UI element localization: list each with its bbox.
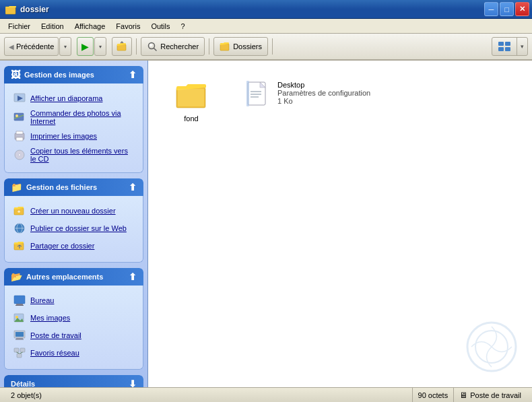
svg-rect-2 (5, 8, 10, 9)
menu-fichier[interactable]: Fichier (3, 21, 36, 32)
gestion-fichiers-body: + Créer un nouveau dossier Publier ce do… (4, 196, 143, 263)
menu-aide[interactable]: ? (176, 21, 191, 32)
diaporama-label: Afficher un diaporama (30, 94, 102, 102)
title-bar-buttons: ─ □ ✕ (484, 2, 529, 16)
link-commander[interactable]: Commander des photos via Internet (10, 108, 137, 127)
status-count-text: 2 objet(s) (11, 391, 42, 399)
svg-rect-8 (498, 42, 504, 46)
menu-edition[interactable]: Edition (36, 21, 69, 32)
gestion-fichiers-title: Gestion des fichiers (26, 183, 97, 191)
menu-bar: Fichier Edition Affichage Favoris Outils… (0, 19, 532, 34)
partager-label: Partager ce dossier (30, 242, 94, 250)
right-content: fond Desktop Paramètres de configuration (148, 61, 532, 387)
link-imprimer[interactable]: Imprimer les images (10, 128, 137, 144)
link-publier-web[interactable]: Publier ce dossier sur le Web (10, 220, 137, 236)
gestion-fichiers-collapse-icon: ⬆ (129, 182, 137, 193)
main-area: 🖼 Gestion des images ⬆ Afficher un diapo… (0, 61, 532, 387)
poste-travail-icon (13, 329, 26, 342)
bureau-icon (13, 294, 26, 307)
partager-icon (13, 239, 26, 253)
svg-line-5 (154, 48, 157, 51)
forward-button[interactable]: ▶ (77, 37, 94, 56)
search-button[interactable]: Rechercher (141, 37, 205, 56)
link-favoris-reseau[interactable]: Favoris réseau (10, 345, 137, 361)
back-button[interactable]: ◀ Précédente (4, 37, 59, 56)
views-icon (498, 41, 511, 52)
views-dropdown-arrow-icon: ▾ (521, 43, 524, 50)
panel-gestion-images: 🖼 Gestion des images ⬆ Afficher un diapo… (4, 66, 143, 173)
views-main[interactable] (492, 41, 517, 52)
copier-cd-icon (13, 148, 26, 162)
minimize-button[interactable]: ─ (484, 2, 498, 16)
svg-line-43 (20, 352, 23, 354)
back-label: Précédente (16, 42, 54, 51)
link-partager[interactable]: Partager ce dossier (10, 238, 137, 254)
svg-rect-40 (20, 348, 25, 352)
autres-emplacements-icon: 📂 (11, 271, 22, 282)
file-item-fond[interactable]: fond (164, 77, 218, 125)
gestion-fichiers-icon: 📁 (11, 182, 22, 193)
close-button[interactable]: ✕ (515, 2, 529, 16)
status-size: 90 octets (413, 388, 455, 402)
folders-button[interactable]: Dossiers (213, 37, 268, 56)
toolbar-sep-2 (209, 38, 209, 55)
back-dropdown-button[interactable]: ▾ (59, 37, 71, 56)
link-poste-travail[interactable]: Poste de travail (10, 327, 137, 343)
desktop-file-desc: Paramètres de configuration (277, 89, 370, 97)
toolbar: ◀ Précédente ▾ ▶ ▾ Rechercher Dossiers (0, 34, 532, 61)
publier-web-icon (13, 222, 26, 235)
panel-autres-emplacements: 📂 Autres emplacements ⬆ Bureau Mes image… (4, 268, 143, 370)
desktop-file-icon (246, 81, 271, 112)
window-title: dossier (20, 5, 49, 14)
forward-dropdown-arrow-icon: ▾ (99, 44, 102, 50)
svg-rect-50 (246, 81, 249, 106)
svg-rect-10 (498, 47, 504, 51)
autres-emplacements-title: Autres emplacements (26, 273, 103, 281)
svg-rect-41 (17, 354, 22, 358)
link-copier-cd[interactable]: Copier tous les éléments vers le CD (10, 145, 137, 164)
desktop-file-name: Desktop (277, 81, 370, 89)
status-location: 🖥 Poste de travail (454, 388, 527, 402)
gestion-images-collapse-icon: ⬆ (129, 69, 137, 80)
title-bar-folder-icon (5, 4, 16, 15)
panel-autres-emplacements-header[interactable]: 📂 Autres emplacements ⬆ (4, 268, 143, 286)
svg-rect-36 (15, 332, 24, 337)
back-arrow-icon: ◀ (9, 43, 14, 51)
menu-outils[interactable]: Outils (145, 21, 175, 32)
gestion-images-icon: 🖼 (11, 69, 20, 80)
views-button[interactable]: ▾ (492, 37, 528, 56)
link-bureau[interactable]: Bureau (10, 292, 137, 308)
up-folder-icon (117, 41, 127, 52)
watermark (465, 320, 519, 374)
svg-rect-45 (178, 89, 204, 106)
link-diaporama[interactable]: Afficher un diaporama (10, 90, 137, 106)
left-panel: 🖼 Gestion des images ⬆ Afficher un diapo… (0, 61, 148, 387)
panel-gestion-fichiers-header[interactable]: 📁 Gestion des fichiers ⬆ (4, 178, 143, 196)
svg-point-6 (149, 44, 152, 46)
svg-line-42 (17, 352, 20, 354)
back-dropdown-arrow-icon: ▾ (64, 44, 67, 50)
gestion-images-title: Gestion des images (24, 71, 94, 79)
nouveau-dossier-label: Créer un nouveau dossier (30, 207, 116, 215)
link-mes-images[interactable]: Mes images (10, 310, 137, 326)
panel-details-header[interactable]: Détails ⬇ (4, 375, 143, 387)
up-button[interactable] (112, 37, 132, 56)
file-item-desktop[interactable]: Desktop Paramètres de configuration 1 Ko (244, 78, 373, 131)
svg-rect-37 (16, 338, 23, 339)
commander-label: Commander des photos via Internet (30, 109, 135, 125)
details-title: Détails (11, 380, 35, 387)
menu-favoris[interactable]: Favoris (110, 21, 145, 32)
autres-emplacements-collapse-icon: ⬆ (129, 271, 137, 282)
maximize-button[interactable]: □ (500, 2, 514, 16)
views-dropdown-button[interactable]: ▾ (517, 38, 527, 55)
status-location-text: Poste de travail (470, 391, 521, 399)
svg-point-15 (15, 114, 18, 117)
panel-gestion-images-header[interactable]: 🖼 Gestion des images ⬆ (4, 66, 143, 83)
favoris-reseau-label: Favoris réseau (30, 349, 79, 357)
autres-emplacements-body: Bureau Mes images Poste de travail (4, 286, 143, 370)
desktop-file-size: 1 Ko (277, 97, 370, 105)
forward-dropdown-button[interactable]: ▾ (94, 37, 106, 56)
svg-rect-18 (16, 131, 23, 134)
link-nouveau-dossier[interactable]: + Créer un nouveau dossier (10, 203, 137, 219)
menu-affichage[interactable]: Affichage (69, 21, 111, 32)
